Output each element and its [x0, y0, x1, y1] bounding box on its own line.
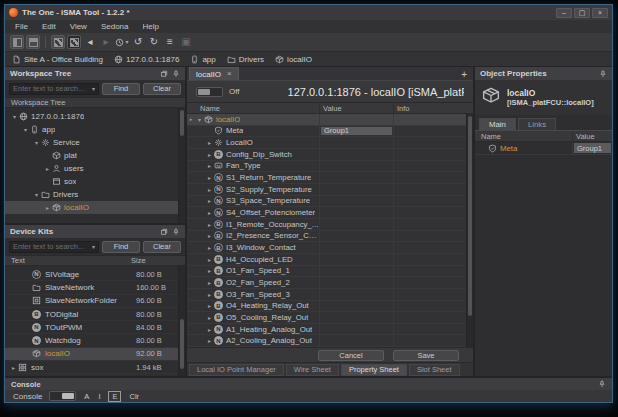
value-cell[interactable]: Group1 [319, 126, 393, 137]
workspace-tree-scrollbar[interactable] [178, 108, 185, 223]
value-cell[interactable] [319, 312, 393, 323]
menu-help[interactable]: Help [135, 22, 165, 31]
console-flag-clr[interactable]: Clr [128, 392, 140, 401]
kit-row-toutpwm[interactable]: N TOutPWM84.00 B [5, 321, 178, 334]
breadcrumb-item-1[interactable]: 127.0.0.1:1876 [114, 55, 179, 64]
kit-row-sivoltage[interactable]: N SIVoltage80.00 B [5, 268, 178, 281]
expander-icon[interactable]: ▾ [32, 139, 41, 146]
console-flag-e[interactable]: E [108, 391, 121, 402]
search-input[interactable] [10, 242, 92, 251]
console-flag-i[interactable]: I [97, 392, 101, 401]
property-row-s2-supply-temperature[interactable]: ▸NS2_Supply_Temperature [187, 184, 466, 196]
breadcrumb-item-4[interactable]: localIO [275, 55, 312, 64]
expander-icon[interactable]: ▸ [205, 279, 214, 286]
scrollbar-thumb[interactable] [180, 110, 184, 136]
cancel-button[interactable]: Cancel [318, 350, 384, 361]
menu-view[interactable]: View [63, 22, 94, 31]
tree-node-drivers[interactable]: ▾Drivers [5, 188, 178, 201]
property-scrollbar[interactable] [466, 114, 473, 347]
tree-node-service[interactable]: ▾Service [5, 136, 178, 149]
view-tab-slot-sheet[interactable]: Slot Sheet [409, 364, 460, 376]
property-row-fan-type[interactable]: ▸Fan_Type [187, 161, 466, 173]
value-cell[interactable] [319, 219, 393, 230]
value-cell[interactable] [319, 231, 393, 242]
expander-icon[interactable]: ▾ [32, 191, 41, 198]
value-cell[interactable] [319, 137, 393, 148]
value-cell[interactable] [319, 161, 393, 172]
value-cell[interactable] [319, 289, 393, 300]
expander-icon[interactable]: ▸ [43, 204, 52, 211]
undo-icon[interactable]: ↺ [131, 35, 145, 49]
property-row-o2-fan-speed-2[interactable]: ▸BO2_Fan_Speed_2 [187, 277, 466, 289]
tree-node-sox[interactable]: sox [5, 175, 178, 188]
expander-icon[interactable]: ▸ [205, 232, 214, 239]
objprop-tab-links[interactable]: Links [518, 118, 556, 130]
scrollbar-thumb[interactable] [468, 116, 472, 316]
kit-row-sox[interactable]: ▸ sox1.94 kB [5, 361, 178, 374]
value-cell[interactable] [319, 114, 393, 125]
value-cell[interactable] [319, 149, 393, 160]
view-tab-local-io-point-manager[interactable]: Local IO Point Manager [189, 364, 284, 376]
tab-localio[interactable]: localIO × [189, 67, 239, 80]
pin-panel-icon[interactable] [599, 70, 607, 78]
expander-icon[interactable]: ▸ [205, 244, 214, 251]
expander-icon[interactable]: ▸ [205, 256, 214, 263]
expander-icon[interactable]: ▸ [205, 209, 214, 216]
pin-panel-icon[interactable] [598, 380, 606, 388]
expander-icon[interactable]: ▸ [205, 291, 214, 298]
deploy-icon[interactable]: ▣ [179, 35, 193, 49]
property-row-s1-return-temperature[interactable]: ▸NS1_Return_Temperature [187, 172, 466, 184]
value-cell[interactable] [319, 207, 393, 218]
tree-node-localio[interactable]: ▸localIO [5, 201, 178, 214]
value-cell[interactable] [319, 196, 393, 207]
back-icon[interactable]: ◂ [83, 35, 97, 49]
live-toggle[interactable] [196, 87, 223, 97]
expander-icon[interactable]: ▸ [9, 364, 18, 371]
expander-icon[interactable]: ▸ [205, 326, 214, 333]
value-cell[interactable] [319, 172, 393, 183]
menu-sedona[interactable]: Sedona [94, 22, 136, 31]
redo-icon[interactable]: ↻ [147, 35, 161, 49]
close-button[interactable]: × [592, 8, 608, 18]
value-cell[interactable] [319, 266, 393, 277]
scrollbar-thumb[interactable] [180, 319, 184, 370]
expander-icon[interactable]: ▾ [195, 116, 204, 123]
minimize-button[interactable]: – [556, 8, 572, 18]
property-row-s4-offset-potenciometer[interactable]: ▸NS4_Offset_Potenciometer [187, 207, 466, 219]
property-row-i3-window-contact[interactable]: ▸BI3_Window_Contact [187, 242, 466, 254]
expander-icon[interactable]: ▸ [205, 221, 214, 228]
console-flag-a[interactable]: A [83, 392, 90, 401]
property-row-localio[interactable]: ▸ ▾localIO [187, 114, 466, 126]
expander-icon[interactable]: ▸ [205, 314, 214, 321]
expander-icon[interactable]: ▸ [205, 186, 214, 193]
history-icon[interactable]: ▾ [115, 35, 129, 49]
forward-icon[interactable]: ▸ [99, 35, 113, 49]
float-panel-icon[interactable] [160, 70, 168, 78]
menu-edit[interactable]: Edit [35, 22, 63, 31]
kits-scrollbar[interactable] [178, 266, 185, 376]
property-row-s3-space-temperature[interactable]: ▸NS3_Space_Temperature [187, 196, 466, 208]
menu-file[interactable]: File [8, 22, 35, 31]
find-button[interactable]: Find [102, 83, 140, 95]
list-icon[interactable]: ≡ [163, 35, 177, 49]
expander-icon[interactable]: ▸ [205, 197, 214, 204]
property-row-a1-heating-analog-out[interactable]: ▸NA1_Heating_Analog_Out [187, 324, 466, 336]
objprop-row-meta[interactable]: Meta Group1 [475, 142, 612, 155]
kit-row-slavenetworkfolder[interactable]: SlaveNetworkFolder96.00 B [5, 295, 178, 308]
close-tab-icon[interactable]: × [227, 70, 232, 78]
value-cell[interactable] [319, 301, 393, 312]
property-row-o1-fan-speed-1[interactable]: ▸BO1_Fan_Speed_1 [187, 266, 466, 278]
tree-node-users[interactable]: ▸users [5, 162, 178, 175]
save-button[interactable]: Save [393, 350, 459, 361]
maximize-button[interactable]: ▢ [574, 8, 590, 18]
clear-button[interactable]: Clear [143, 241, 181, 253]
tree-node-127-0-0-1-1876[interactable]: ▾127.0.0.1:1876 [5, 110, 178, 123]
property-row-config-dip-switch[interactable]: ▸BConfig_Dip_Switch [187, 149, 466, 161]
objprop-tab-main[interactable]: Main [479, 118, 516, 130]
value-cell[interactable] [319, 324, 393, 335]
property-row-o3-fan-speed-3[interactable]: ▸BO3_Fan_Speed_3 [187, 289, 466, 301]
value-cell[interactable]: Group1 [572, 142, 612, 154]
expander-icon[interactable]: ▸ [205, 162, 214, 169]
theme-icon[interactable] [51, 35, 65, 49]
search-input[interactable] [10, 84, 92, 93]
